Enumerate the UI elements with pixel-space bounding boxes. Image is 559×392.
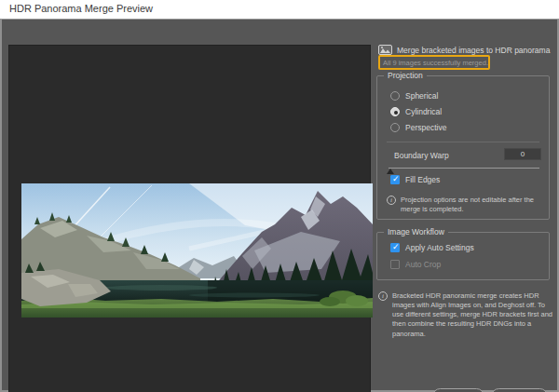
projection-group: Projection Spherical Cylindrical Perspec… xyxy=(376,75,550,220)
image-workflow-legend: Image Workflow xyxy=(384,227,448,237)
fill-edges-checkbox-row[interactable]: Fill Edges xyxy=(390,175,440,184)
radio-spherical[interactable]: Spherical xyxy=(390,91,438,101)
projection-divider xyxy=(387,142,539,142)
projection-note-text: Projection options are not editable afte… xyxy=(401,196,543,214)
fill-edges-checkbox[interactable] xyxy=(390,175,400,184)
fill-edges-label: Fill Edges xyxy=(405,175,440,184)
radio-spherical-label: Spherical xyxy=(405,91,438,101)
merge-panel-header: Merge bracketed images to HDR panorama xyxy=(378,45,550,55)
info-icon: i xyxy=(387,196,396,205)
radio-perspective-label: Perspective xyxy=(405,123,446,132)
merge-preview-area xyxy=(8,45,371,392)
boundary-warp-label: Boundary Warp xyxy=(394,151,449,160)
auto-crop-label: Auto Crop xyxy=(405,260,441,269)
radio-perspective[interactable]: Perspective xyxy=(390,123,446,132)
auto-crop-row[interactable]: Auto Crop xyxy=(390,260,441,269)
panorama-icon xyxy=(378,45,392,55)
boundary-warp-value-field[interactable]: 0 xyxy=(504,148,541,160)
dialog-buttons: Cancel Merge... xyxy=(2,388,555,392)
projection-note: i Projection options are not editable af… xyxy=(387,196,543,214)
radio-perspective-control[interactable] xyxy=(390,123,400,132)
apply-auto-settings-row[interactable]: Apply Auto Settings xyxy=(390,243,474,252)
merge-info-note: i Bracketed HDR panoramic merge creates … xyxy=(378,291,553,339)
radio-cylindrical-control[interactable] xyxy=(390,107,400,116)
dialog-titlebar: HDR Panorama Merge Preview xyxy=(0,0,559,19)
merge-panel-title: Merge bracketed images to HDR panorama xyxy=(397,46,550,55)
merge-status-highlight: All 9 images successfully merged. xyxy=(378,55,490,70)
hdr-panorama-merge-dialog: HDR Panorama Merge Preview xyxy=(0,0,559,392)
projection-legend: Projection xyxy=(384,71,427,80)
dialog-body: Merge bracketed images to HDR panorama A… xyxy=(0,19,559,392)
merge-info-note-text: Bracketed HDR panoramic merge creates HD… xyxy=(392,291,553,339)
auto-crop-checkbox[interactable] xyxy=(390,260,400,269)
merge-status-text: All 9 images successfully merged. xyxy=(380,59,488,67)
apply-auto-settings-checkbox[interactable] xyxy=(390,243,400,252)
image-workflow-group: Image Workflow Apply Auto Settings Auto … xyxy=(376,232,550,280)
radio-cylindrical-label: Cylindrical xyxy=(405,107,442,116)
cancel-button[interactable]: Cancel xyxy=(432,388,484,392)
boundary-warp-slider-track[interactable] xyxy=(389,168,539,169)
dialog-title: HDR Panorama Merge Preview xyxy=(9,3,153,14)
panorama-preview-image xyxy=(21,183,373,318)
info-icon: i xyxy=(378,291,388,301)
radio-spherical-control[interactable] xyxy=(390,91,400,101)
merge-button[interactable]: Merge... xyxy=(491,388,548,392)
radio-cylindrical[interactable]: Cylindrical xyxy=(390,107,442,116)
apply-auto-settings-label: Apply Auto Settings xyxy=(405,243,474,252)
